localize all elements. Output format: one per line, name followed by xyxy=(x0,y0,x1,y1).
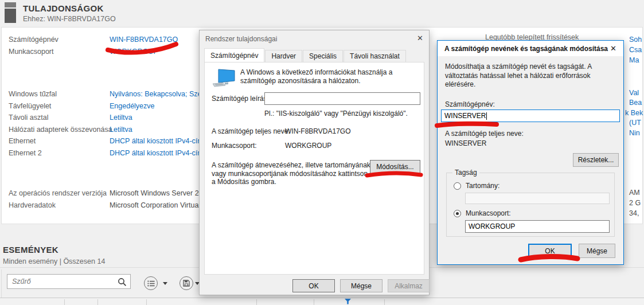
property-row: Hálózati adapterek összevonása Letiltva xyxy=(9,124,208,136)
search-icon xyxy=(118,277,127,287)
page-subtitle: Ehhez: WIN-F8BRVDA17GO xyxy=(23,15,116,23)
events-filter-input[interactable] xyxy=(7,275,130,288)
events-view-button[interactable] xyxy=(144,276,158,290)
text-cursor xyxy=(486,112,487,120)
cancel-button[interactable]: Mégse xyxy=(579,244,615,258)
full-name-label: A számítógép teljes neve: xyxy=(445,130,524,138)
ethernet2-link[interactable]: DHCP által kiosztott IPv4-cím; xyxy=(110,149,205,157)
membership-legend: Tagság xyxy=(452,169,479,177)
workgroup-label: Munkacsoport: xyxy=(212,142,257,150)
property-row: Távoli asztal Letiltva xyxy=(9,112,208,124)
ethernet-link[interactable]: DHCP által kiosztott IPv4-cím; xyxy=(110,137,205,145)
close-icon[interactable]: ✕ xyxy=(417,34,423,42)
description-hint: Pl.: "IIS-kiszolgáló" vagy "Pénzügyi kis… xyxy=(264,110,408,118)
ok-button[interactable]: OK xyxy=(292,279,335,292)
computer-name-link[interactable]: WIN-F8BRVDA17GO xyxy=(110,36,178,44)
clipped-value-fragment: AM xyxy=(629,189,640,197)
change-button[interactable]: Módosítás... xyxy=(370,160,420,174)
domain-input xyxy=(465,193,610,204)
computer-description-input[interactable] xyxy=(264,92,420,105)
events-section-subtitle: Minden esemény | Összesen 14 xyxy=(3,257,105,265)
remote-desktop-link[interactable]: Letiltva xyxy=(110,114,132,122)
remote-management-link[interactable]: Engedélyezve xyxy=(110,102,155,110)
workgroup-input[interactable]: WORKGROUP xyxy=(465,220,610,233)
clipped-value-fragment: Soh xyxy=(629,36,642,44)
computer-name-input[interactable]: WINSERVER xyxy=(441,110,620,122)
close-icon[interactable]: ✕ xyxy=(610,45,616,52)
hardware-info-value: Microsoft Corporation Virtual xyxy=(110,201,200,209)
domain-radio-label[interactable]: Tartomány: xyxy=(466,182,499,190)
cancel-button[interactable]: Mégse xyxy=(340,279,383,292)
property-row: Windows tűzfal Nyilvános: Bekapcsolva; S… xyxy=(9,88,208,100)
property-label: Számítógépnév xyxy=(9,36,110,44)
apply-button: Alkalmaz xyxy=(388,279,430,292)
property-label: Hardveradatok xyxy=(9,201,110,209)
computer-description-label: Számítógép leírása: xyxy=(212,95,273,103)
details-button[interactable]: Részletek... xyxy=(573,153,619,167)
clipped-value-fragment: 34, xyxy=(629,209,639,217)
full-name-value: WINSERVER xyxy=(445,139,486,147)
events-filter-box xyxy=(7,274,131,289)
list-icon xyxy=(147,280,155,287)
sysprops-tabs: Számítógépnév Hardver Speciális Távoli h… xyxy=(204,48,407,62)
dialog-title: A számítógép nevének és tagságának módos… xyxy=(444,45,608,53)
tab-intro-text: A Windows a következő információkat hasz… xyxy=(240,68,419,85)
domain-radio[interactable] xyxy=(454,182,461,190)
events-table-header xyxy=(0,298,644,305)
filter-funnel-icon[interactable] xyxy=(345,299,351,304)
events-save-button[interactable] xyxy=(179,276,193,290)
property-row: Ethernet DHCP által kiosztott IPv4-cím; xyxy=(9,135,208,147)
tab-computer-name[interactable]: Számítógépnév xyxy=(204,48,264,62)
property-label: Ethernet 2 xyxy=(9,149,110,157)
computer-name-input-value: WINSERVER xyxy=(444,112,486,120)
property-label: Hálózati adapterek összevonása xyxy=(9,126,110,134)
clipped-value-fragment: 2 G xyxy=(629,199,641,207)
ok-button[interactable]: OK xyxy=(528,244,572,258)
properties-group-system: Az operációs rendszer verziója Microsoft… xyxy=(9,187,203,211)
tab-advanced[interactable]: Speciális xyxy=(303,50,343,62)
save-icon xyxy=(183,280,190,287)
full-name-label: A számítógép teljes neve: xyxy=(212,127,290,135)
firewall-link[interactable]: Nyilvános: Bekapcsolva; Szem xyxy=(110,90,208,98)
workgroup-radio[interactable] xyxy=(454,210,461,217)
workgroup-input-value: WORKGROUP xyxy=(469,222,515,230)
change-instruction-text: A számítógép átnevezéséhez, illetve tart… xyxy=(212,161,371,186)
clipped-value-fragment: k Bek xyxy=(625,109,643,117)
server-tile-icon xyxy=(5,2,16,23)
clipped-value-fragment: (UT xyxy=(629,119,641,127)
tab-remote[interactable]: Távoli használat xyxy=(344,50,406,62)
system-properties-dialog: Rendszer tulajdonságai ✕ Számítógépnév H… xyxy=(199,30,430,295)
property-label: Munkacsoport xyxy=(9,48,110,56)
property-row: Az operációs rendszer verziója Microsoft… xyxy=(9,187,203,200)
properties-group-network: Windows tűzfal Nyilvános: Bekapcsolva; S… xyxy=(9,88,208,159)
nic-teaming-link[interactable]: Letiltva xyxy=(110,126,132,134)
property-row: Ethernet 2 DHCP által kiosztott IPv4-cím… xyxy=(9,147,208,159)
rename-computer-dialog: A számítógép nevének és tagságának módos… xyxy=(437,40,624,265)
clipped-value-fragment: Val xyxy=(629,89,639,97)
property-label: Ethernet xyxy=(9,137,110,145)
membership-groupbox: Tagság Tartomány: Munkacsoport: WORKGROU… xyxy=(446,173,615,237)
clipped-value-fragment: Nin xyxy=(629,129,640,137)
computer-name-label: Számítógépnév: xyxy=(445,100,495,108)
clipped-value-fragment: Csa xyxy=(629,46,642,54)
chevron-down-icon[interactable] xyxy=(163,282,167,285)
page-title: TULAJDONSÁGOK xyxy=(23,3,104,13)
property-row: Számítógépnév WIN-F8BRVDA17GO xyxy=(9,34,178,46)
property-row: Távfelügyelet Engedélyezve xyxy=(9,100,208,112)
property-row: Hardveradatok Microsoft Corporation Virt… xyxy=(9,200,203,212)
property-row: Munkacsoport WORKGROUP xyxy=(9,46,178,58)
events-section-title: ESEMÉNYEK xyxy=(3,245,58,255)
properties-group-identity: Számítógépnév WIN-F8BRVDA17GO Munkacsopo… xyxy=(9,34,178,57)
rename-intro-text: Módosíthatja a számítógép nevét és tagsá… xyxy=(445,62,616,89)
workgroup-radio-label[interactable]: Munkacsoport: xyxy=(466,209,511,217)
property-label: Az operációs rendszer verziója xyxy=(9,189,110,197)
dialog-title: Rendszer tulajdonságai xyxy=(205,35,277,43)
os-version-value: Microsoft Windows Server 20 xyxy=(110,189,203,197)
full-name-value: WIN-F8BRVDA17GO xyxy=(285,127,350,135)
property-label: Távoli asztal xyxy=(9,114,110,122)
workgroup-link[interactable]: WORKGROUP xyxy=(110,48,158,56)
property-label: Windows tűzfal xyxy=(9,90,110,98)
tab-hardware[interactable]: Hardver xyxy=(265,50,302,62)
server-manager-screen: TULAJDONSÁGOK Ehhez: WIN-F8BRVDA17GO Szá… xyxy=(0,0,644,305)
property-label: Távfelügyelet xyxy=(9,102,110,110)
